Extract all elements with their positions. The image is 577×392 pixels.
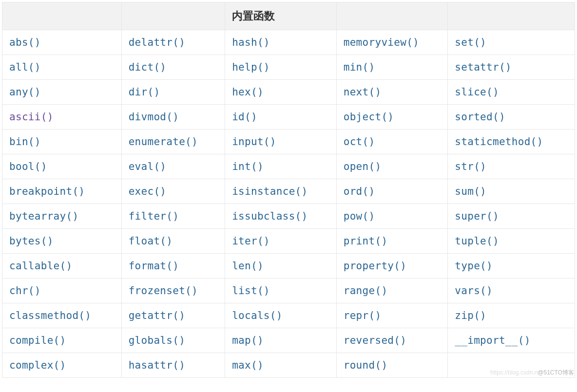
function-link[interactable]: int() <box>232 161 264 172</box>
table-cell: globals() <box>121 328 225 353</box>
function-link[interactable]: object() <box>344 111 394 123</box>
function-link[interactable]: issubclass() <box>232 210 308 222</box>
table-cell: input() <box>225 130 337 154</box>
table-cell: bool() <box>2 154 122 179</box>
function-link[interactable]: complex() <box>9 359 66 371</box>
function-link[interactable]: __import__() <box>455 335 530 346</box>
function-link[interactable]: zip() <box>455 310 486 321</box>
function-link[interactable]: divmod() <box>129 111 179 123</box>
function-link[interactable]: help() <box>232 61 270 73</box>
function-link[interactable]: dict() <box>129 61 167 73</box>
function-link[interactable]: slice() <box>455 86 499 98</box>
table-cell: iter() <box>225 229 337 254</box>
function-link[interactable]: callable() <box>9 260 72 272</box>
function-link[interactable]: dir() <box>129 86 160 98</box>
function-link[interactable]: str() <box>455 161 486 172</box>
function-link[interactable]: float() <box>129 235 173 247</box>
function-link[interactable]: vars() <box>455 285 493 297</box>
function-link[interactable]: compile() <box>9 335 66 346</box>
function-link[interactable]: all() <box>9 61 41 73</box>
function-link[interactable]: filter() <box>129 210 179 222</box>
function-link[interactable]: any() <box>9 86 41 98</box>
function-link[interactable]: open() <box>344 161 382 172</box>
table-row: any()dir()hex()next()slice() <box>2 80 575 105</box>
function-link[interactable]: tuple() <box>455 235 499 247</box>
function-link[interactable]: bin() <box>9 136 41 148</box>
function-link[interactable]: setattr() <box>455 61 512 73</box>
function-link[interactable]: sorted() <box>455 111 505 123</box>
function-link[interactable]: id() <box>232 111 257 123</box>
function-link[interactable]: property() <box>344 260 406 272</box>
function-link[interactable]: bytearray() <box>9 210 78 222</box>
function-link[interactable]: staticmethod() <box>455 136 543 148</box>
function-link[interactable]: format() <box>129 260 179 272</box>
function-link[interactable]: enumerate() <box>129 136 198 148</box>
table-cell: id() <box>225 105 337 130</box>
function-link[interactable]: pow() <box>344 210 375 222</box>
function-link[interactable]: reversed() <box>344 335 406 346</box>
table-cell: property() <box>336 254 448 279</box>
function-link[interactable]: hasattr() <box>129 359 186 371</box>
function-link[interactable]: oct() <box>344 136 375 148</box>
function-link[interactable]: next() <box>344 86 382 98</box>
function-link[interactable]: delattr() <box>129 37 186 48</box>
table-cell: zip() <box>448 303 575 328</box>
table-cell: set() <box>448 30 575 55</box>
table-cell: breakpoint() <box>2 179 122 204</box>
function-link[interactable]: bytes() <box>9 235 54 247</box>
table-row: breakpoint()exec()isinstance()ord()sum() <box>2 179 575 204</box>
function-link[interactable]: breakpoint() <box>9 186 85 197</box>
function-link[interactable]: getattr() <box>129 310 186 321</box>
header-cell <box>448 2 575 30</box>
function-link[interactable]: print() <box>344 235 388 247</box>
function-link[interactable]: ascii() <box>9 111 54 123</box>
function-link[interactable]: classmethod() <box>9 310 91 321</box>
function-link[interactable]: memoryview() <box>344 37 419 48</box>
table-cell: any() <box>2 80 122 105</box>
table-row: ascii()divmod()id()object()sorted() <box>2 105 575 130</box>
function-link[interactable]: range() <box>344 285 388 297</box>
header-cell: 内置函数 <box>225 2 337 30</box>
function-link[interactable]: iter() <box>232 235 270 247</box>
table-cell: setattr() <box>448 55 575 80</box>
table-cell: callable() <box>2 254 122 279</box>
header-cell <box>121 2 225 30</box>
function-link[interactable]: isinstance() <box>232 186 308 197</box>
function-link[interactable]: bool() <box>9 161 47 172</box>
function-link[interactable]: chr() <box>9 285 41 297</box>
function-link[interactable]: abs() <box>9 37 41 48</box>
function-link[interactable]: round() <box>344 359 388 371</box>
table-row: callable()format()len()property()type() <box>2 254 575 279</box>
function-link[interactable]: exec() <box>129 186 167 197</box>
function-link[interactable]: super() <box>455 210 499 222</box>
table-cell: getattr() <box>121 303 225 328</box>
function-link[interactable]: hex() <box>232 86 264 98</box>
function-link[interactable]: globals() <box>129 335 186 346</box>
function-link[interactable]: list() <box>232 285 270 297</box>
function-link[interactable]: eval() <box>129 161 167 172</box>
table-cell: classmethod() <box>2 303 122 328</box>
function-link[interactable]: set() <box>455 37 486 48</box>
table-cell: int() <box>225 154 337 179</box>
function-link[interactable]: frozenset() <box>129 285 198 297</box>
function-link[interactable]: map() <box>232 335 264 346</box>
table-row: chr()frozenset()list()range()vars() <box>2 279 575 303</box>
function-link[interactable]: locals() <box>232 310 283 321</box>
table-cell: map() <box>225 328 337 353</box>
table-row: complex()hasattr()max()round() <box>2 353 575 378</box>
table-cell: max() <box>225 353 337 378</box>
table-cell: chr() <box>2 279 122 303</box>
table-cell <box>448 353 575 378</box>
function-link[interactable]: min() <box>344 61 375 73</box>
function-link[interactable]: type() <box>455 260 493 272</box>
function-link[interactable]: ord() <box>344 186 375 197</box>
function-link[interactable]: repr() <box>344 310 382 321</box>
function-link[interactable]: len() <box>232 260 264 272</box>
table-cell: slice() <box>448 80 575 105</box>
function-link[interactable]: hash() <box>232 37 270 48</box>
function-link[interactable]: input() <box>232 136 276 148</box>
function-link[interactable]: sum() <box>455 186 486 197</box>
header-cell <box>2 2 122 30</box>
function-link[interactable]: max() <box>232 359 264 371</box>
table-cell: staticmethod() <box>448 130 575 154</box>
